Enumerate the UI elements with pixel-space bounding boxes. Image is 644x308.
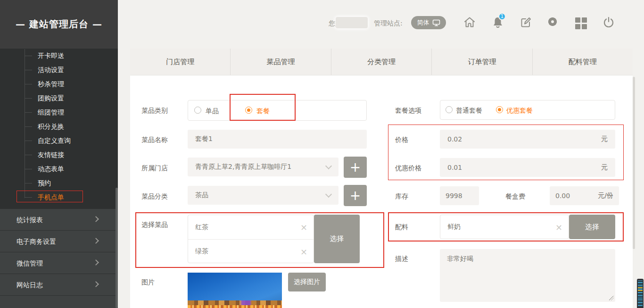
dish-item-label: 红茶 [195,223,208,232]
select-image-button[interactable]: 选择图片 [288,273,326,291]
price-value: 0.02 [447,135,462,143]
description-textarea[interactable]: 非常好喝 [440,249,615,302]
sidebar-item-points[interactable]: 积分兑换 [0,119,118,133]
tree-tick [25,183,32,183]
select-ingredients-button[interactable]: 选择 [569,215,615,239]
dish-name-input[interactable]: 套餐1 [188,130,367,149]
classification-select[interactable]: 茶品 [188,186,339,205]
section-label: 微信管理 [17,259,43,267]
sidebar-item-card-gift[interactable]: 开卡即送 [0,49,118,63]
field-label-classification: 菜品分类 [141,192,168,201]
edge-widget-stripe-yellow [638,287,643,288]
sidebar-section-reports[interactable]: 统计报表 [0,209,118,231]
tree-tick [25,70,32,70]
sidebar-item-groupbuy[interactable]: 团购设置 [0,91,118,105]
tab-store-management[interactable]: 门店管理 [130,49,231,75]
language-pill-button[interactable]: 简体 [411,16,446,29]
sidebar-item-dynamic-form[interactable]: 动态表单 [0,162,118,176]
radio-label-combo[interactable]: 套餐 [256,107,270,116]
sidebar-item-label: 预约 [38,179,51,187]
tab-category-management[interactable]: 分类管理 [331,49,432,75]
sidebar-item-activity[interactable]: 活动设置 [0,63,118,77]
sidebar-item-label: 秒杀管理 [38,80,64,88]
tab-bar: 门店管理 菜品管理 分类管理 订单管理 配料管理 [130,49,633,75]
select-image-label: 选择图片 [294,278,320,286]
ingredients-input[interactable]: 鲜奶 × [440,215,569,239]
add-classification-button[interactable]: + [344,185,367,206]
ingredients-value: 鲜奶 [447,223,461,231]
sidebar-section-ecommerce[interactable]: 电子商务设置 [0,231,118,252]
close-icon[interactable]: × [300,222,307,232]
content-scrollbar[interactable] [633,77,635,249]
notification-badge: 1 [498,13,506,20]
monitor-icon [432,19,440,26]
dish-item-row: 绿茶 × [188,239,314,263]
tree-tick [25,98,32,99]
sidebar-item-seckill[interactable]: 秒杀管理 [0,77,118,91]
select-ingredients-label: 选择 [585,223,599,232]
radio-label-discount-combo[interactable]: 优惠套餐 [506,107,533,115]
box-fee-input[interactable]: 0.00 元/份 [550,186,619,205]
sidebar-item-phone-order[interactable]: 手机点单 [0,190,118,204]
price-unit: 元 [601,135,608,143]
store-select[interactable]: 青青原上草2,青青原上草咖啡厅1 [188,158,339,176]
apps-button[interactable] [574,17,588,31]
radio-combo[interactable] [245,107,252,114]
settings-button[interactable] [546,16,561,30]
category-radio-group: 单品 套餐 [188,100,367,121]
sidebar-item-label: 手机点单 [38,193,64,201]
radio-discount-combo[interactable] [496,106,503,113]
edit-icon [519,16,532,29]
edge-widget[interactable] [637,279,644,308]
add-store-button[interactable]: + [344,157,367,178]
sidebar-item-links[interactable]: 友情链接 [0,148,118,162]
sidebar: — 建站管理后台 — 开卡即送 活动设置 秒杀管理 团购设置 组团管理 积分兑换… [0,0,118,308]
select-dishes-button[interactable]: 选择 [314,215,360,263]
sidebar-item-booking[interactable]: 预约 [0,176,118,190]
home-button[interactable] [463,16,477,30]
radio-label-single[interactable]: 单品 [206,107,219,116]
edge-widget-stripe-yellow [638,290,643,291]
dish-photo-thumbnail[interactable] [188,273,282,308]
chevron-down-icon [325,163,332,169]
power-icon [602,16,615,29]
tree-tick [25,112,32,113]
section-label: 电子商务设置 [17,238,56,245]
sidebar-item-custom-query[interactable]: 自定义查询 [0,133,118,148]
price-input[interactable]: 0.02 元 [440,130,615,149]
tree-tick [25,84,32,84]
field-label-category: 菜品类别 [141,107,168,115]
notifications-button[interactable]: 1 [491,16,505,30]
sidebar-section-site-log[interactable]: 网站日志 [0,274,118,296]
field-label-image: 图片 [141,278,155,287]
sidebar-section-empty [0,296,118,308]
radio-single-item[interactable] [194,107,201,114]
apps-grid-icon [574,17,588,30]
stock-input[interactable]: 9998 [440,186,479,205]
chevron-down-icon [325,191,332,198]
sidebar-item-team[interactable]: 组团管理 [0,105,118,119]
tab-ingredient-management[interactable]: 配料管理 [533,49,633,75]
combo-option-radio-group: 普通套餐 优惠套餐 [440,100,615,120]
field-label-store: 所属门店 [141,164,168,173]
close-icon[interactable]: × [555,222,562,232]
close-icon[interactable]: × [300,247,307,257]
sidebar-item-label: 组团管理 [38,108,64,116]
radio-normal-combo[interactable] [446,106,453,113]
field-label-box-fee: 餐盒费 [505,192,525,201]
language-label: 简体 [417,18,429,27]
tab-dish-management[interactable]: 菜品管理 [231,49,331,75]
radio-label-normal-combo[interactable]: 普通套餐 [456,107,482,115]
admin-page: — 建站管理后台 — 开卡即送 活动设置 秒杀管理 团购设置 组团管理 积分兑换… [0,0,644,308]
sidebar-submenu: 开卡即送 活动设置 秒杀管理 团购设置 组团管理 积分兑换 自定义查询 友情链接… [0,49,118,204]
power-button[interactable] [602,16,616,30]
selected-dishes-list: 红茶 × 绿茶 × [188,215,314,263]
sidebar-section-wechat[interactable]: 微信管理 [0,252,118,274]
sidebar-item-label: 积分兑换 [38,123,64,130]
sidebar-scrollbar[interactable] [116,188,118,308]
tab-order-management[interactable]: 订单管理 [432,49,532,75]
resize-handle[interactable] [609,296,614,300]
discount-price-unit: 元 [601,163,608,172]
edit-button[interactable] [519,16,533,30]
discount-price-input[interactable]: 0.01 元 [440,158,615,177]
